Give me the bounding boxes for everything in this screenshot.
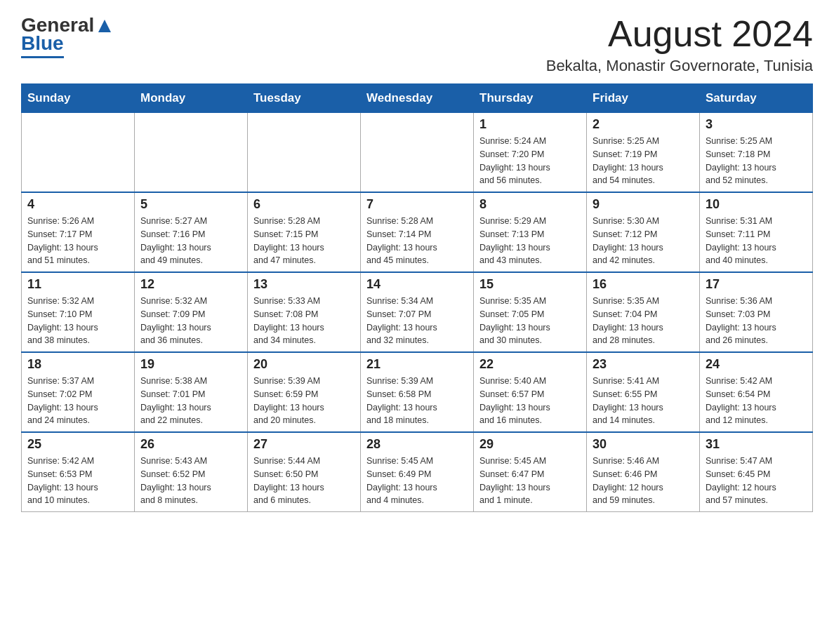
calendar-day-cell: 3Sunrise: 5:25 AM Sunset: 7:18 PM Daylig… <box>700 113 813 193</box>
calendar-week-row: 18Sunrise: 5:37 AM Sunset: 7:02 PM Dayli… <box>22 352 813 432</box>
calendar-day-cell: 31Sunrise: 5:47 AM Sunset: 6:45 PM Dayli… <box>700 432 813 512</box>
day-info: Sunrise: 5:30 AM Sunset: 7:12 PM Dayligh… <box>593 215 694 267</box>
day-number: 8 <box>479 197 581 212</box>
calendar-day-cell: 8Sunrise: 5:29 AM Sunset: 7:13 PM Daylig… <box>474 192 587 272</box>
location-title: Bekalta, Monastir Governorate, Tunisia <box>546 57 813 75</box>
calendar-header-wednesday: Wednesday <box>361 84 474 113</box>
logo: General Blue <box>21 14 112 58</box>
day-number: 12 <box>140 277 241 292</box>
calendar-day-cell: 6Sunrise: 5:28 AM Sunset: 7:15 PM Daylig… <box>248 192 361 272</box>
page-header: General Blue August 2024 Bekalta, Monast… <box>21 14 813 75</box>
day-info: Sunrise: 5:41 AM Sunset: 6:55 PM Dayligh… <box>593 375 694 427</box>
calendar-day-cell: 7Sunrise: 5:28 AM Sunset: 7:14 PM Daylig… <box>361 192 474 272</box>
day-number: 14 <box>366 277 468 292</box>
calendar-day-cell: 10Sunrise: 5:31 AM Sunset: 7:11 PM Dayli… <box>700 192 813 272</box>
day-number: 16 <box>593 277 694 292</box>
title-area: August 2024 Bekalta, Monastir Governorat… <box>546 14 813 75</box>
calendar-day-cell: 29Sunrise: 5:45 AM Sunset: 6:47 PM Dayli… <box>474 432 587 512</box>
calendar-day-cell: 4Sunrise: 5:26 AM Sunset: 7:17 PM Daylig… <box>22 192 135 272</box>
day-info: Sunrise: 5:42 AM Sunset: 6:53 PM Dayligh… <box>27 455 128 507</box>
day-number: 11 <box>27 277 128 292</box>
day-info: Sunrise: 5:32 AM Sunset: 7:10 PM Dayligh… <box>27 295 128 347</box>
calendar-day-cell: 18Sunrise: 5:37 AM Sunset: 7:02 PM Dayli… <box>22 352 135 432</box>
day-number: 25 <box>27 437 128 452</box>
calendar-header-thursday: Thursday <box>474 84 587 113</box>
day-info: Sunrise: 5:25 AM Sunset: 7:19 PM Dayligh… <box>593 135 694 187</box>
calendar-day-cell <box>361 113 474 193</box>
logo-blue-text: Blue <box>21 32 64 58</box>
calendar-day-cell: 23Sunrise: 5:41 AM Sunset: 6:55 PM Dayli… <box>587 352 700 432</box>
calendar-day-cell <box>22 113 135 193</box>
day-number: 5 <box>140 197 241 212</box>
calendar-header-friday: Friday <box>587 84 700 113</box>
svg-marker-0 <box>98 20 111 32</box>
calendar-week-row: 25Sunrise: 5:42 AM Sunset: 6:53 PM Dayli… <box>22 432 813 512</box>
calendar-day-cell: 16Sunrise: 5:35 AM Sunset: 7:04 PM Dayli… <box>587 272 700 352</box>
day-info: Sunrise: 5:45 AM Sunset: 6:49 PM Dayligh… <box>366 455 468 507</box>
day-number: 1 <box>479 117 581 132</box>
day-number: 23 <box>593 357 694 372</box>
calendar-week-row: 1Sunrise: 5:24 AM Sunset: 7:20 PM Daylig… <box>22 113 813 193</box>
calendar-day-cell: 15Sunrise: 5:35 AM Sunset: 7:05 PM Dayli… <box>474 272 587 352</box>
day-info: Sunrise: 5:47 AM Sunset: 6:45 PM Dayligh… <box>706 455 807 507</box>
day-info: Sunrise: 5:39 AM Sunset: 6:58 PM Dayligh… <box>366 375 468 427</box>
day-info: Sunrise: 5:24 AM Sunset: 7:20 PM Dayligh… <box>479 135 581 187</box>
day-info: Sunrise: 5:37 AM Sunset: 7:02 PM Dayligh… <box>27 375 128 427</box>
calendar-day-cell: 11Sunrise: 5:32 AM Sunset: 7:10 PM Dayli… <box>22 272 135 352</box>
calendar-header-row: SundayMondayTuesdayWednesdayThursdayFrid… <box>22 84 813 113</box>
day-info: Sunrise: 5:39 AM Sunset: 6:59 PM Dayligh… <box>253 375 355 427</box>
day-info: Sunrise: 5:28 AM Sunset: 7:14 PM Dayligh… <box>366 215 468 267</box>
day-number: 29 <box>479 437 581 452</box>
calendar-day-cell: 24Sunrise: 5:42 AM Sunset: 6:54 PM Dayli… <box>700 352 813 432</box>
day-number: 27 <box>253 437 355 452</box>
calendar-day-cell: 27Sunrise: 5:44 AM Sunset: 6:50 PM Dayli… <box>248 432 361 512</box>
day-info: Sunrise: 5:29 AM Sunset: 7:13 PM Dayligh… <box>479 215 581 267</box>
calendar-header-monday: Monday <box>135 84 248 113</box>
day-info: Sunrise: 5:31 AM Sunset: 7:11 PM Dayligh… <box>706 215 807 267</box>
day-number: 26 <box>140 437 241 452</box>
day-info: Sunrise: 5:46 AM Sunset: 6:46 PM Dayligh… <box>593 455 694 507</box>
calendar-day-cell: 9Sunrise: 5:30 AM Sunset: 7:12 PM Daylig… <box>587 192 700 272</box>
day-number: 9 <box>593 197 694 212</box>
calendar-header-tuesday: Tuesday <box>248 84 361 113</box>
calendar-day-cell: 19Sunrise: 5:38 AM Sunset: 7:01 PM Dayli… <box>135 352 248 432</box>
day-info: Sunrise: 5:36 AM Sunset: 7:03 PM Dayligh… <box>706 295 807 347</box>
day-number: 31 <box>706 437 807 452</box>
day-info: Sunrise: 5:43 AM Sunset: 6:52 PM Dayligh… <box>140 455 241 507</box>
calendar-day-cell: 17Sunrise: 5:36 AM Sunset: 7:03 PM Dayli… <box>700 272 813 352</box>
day-number: 13 <box>253 277 355 292</box>
calendar-day-cell <box>248 113 361 193</box>
calendar-header-saturday: Saturday <box>700 84 813 113</box>
calendar-day-cell: 14Sunrise: 5:34 AM Sunset: 7:07 PM Dayli… <box>361 272 474 352</box>
day-number: 30 <box>593 437 694 452</box>
calendar-day-cell: 28Sunrise: 5:45 AM Sunset: 6:49 PM Dayli… <box>361 432 474 512</box>
calendar-day-cell: 1Sunrise: 5:24 AM Sunset: 7:20 PM Daylig… <box>474 113 587 193</box>
day-number: 22 <box>479 357 581 372</box>
day-info: Sunrise: 5:27 AM Sunset: 7:16 PM Dayligh… <box>140 215 241 267</box>
calendar-day-cell: 22Sunrise: 5:40 AM Sunset: 6:57 PM Dayli… <box>474 352 587 432</box>
day-info: Sunrise: 5:34 AM Sunset: 7:07 PM Dayligh… <box>366 295 468 347</box>
calendar-day-cell: 25Sunrise: 5:42 AM Sunset: 6:53 PM Dayli… <box>22 432 135 512</box>
day-info: Sunrise: 5:26 AM Sunset: 7:17 PM Dayligh… <box>27 215 128 267</box>
day-number: 3 <box>706 117 807 132</box>
day-number: 24 <box>706 357 807 372</box>
day-number: 10 <box>706 197 807 212</box>
calendar-week-row: 4Sunrise: 5:26 AM Sunset: 7:17 PM Daylig… <box>22 192 813 272</box>
day-info: Sunrise: 5:44 AM Sunset: 6:50 PM Dayligh… <box>253 455 355 507</box>
logo-triangle-icon <box>97 18 112 34</box>
day-number: 4 <box>27 197 128 212</box>
day-number: 6 <box>253 197 355 212</box>
day-number: 21 <box>366 357 468 372</box>
calendar-day-cell: 13Sunrise: 5:33 AM Sunset: 7:08 PM Dayli… <box>248 272 361 352</box>
calendar-day-cell: 20Sunrise: 5:39 AM Sunset: 6:59 PM Dayli… <box>248 352 361 432</box>
day-info: Sunrise: 5:45 AM Sunset: 6:47 PM Dayligh… <box>479 455 581 507</box>
calendar-week-row: 11Sunrise: 5:32 AM Sunset: 7:10 PM Dayli… <box>22 272 813 352</box>
day-info: Sunrise: 5:33 AM Sunset: 7:08 PM Dayligh… <box>253 295 355 347</box>
day-number: 19 <box>140 357 241 372</box>
day-number: 28 <box>366 437 468 452</box>
day-info: Sunrise: 5:28 AM Sunset: 7:15 PM Dayligh… <box>253 215 355 267</box>
calendar-day-cell: 21Sunrise: 5:39 AM Sunset: 6:58 PM Dayli… <box>361 352 474 432</box>
day-number: 18 <box>27 357 128 372</box>
calendar-day-cell: 12Sunrise: 5:32 AM Sunset: 7:09 PM Dayli… <box>135 272 248 352</box>
calendar-day-cell: 26Sunrise: 5:43 AM Sunset: 6:52 PM Dayli… <box>135 432 248 512</box>
